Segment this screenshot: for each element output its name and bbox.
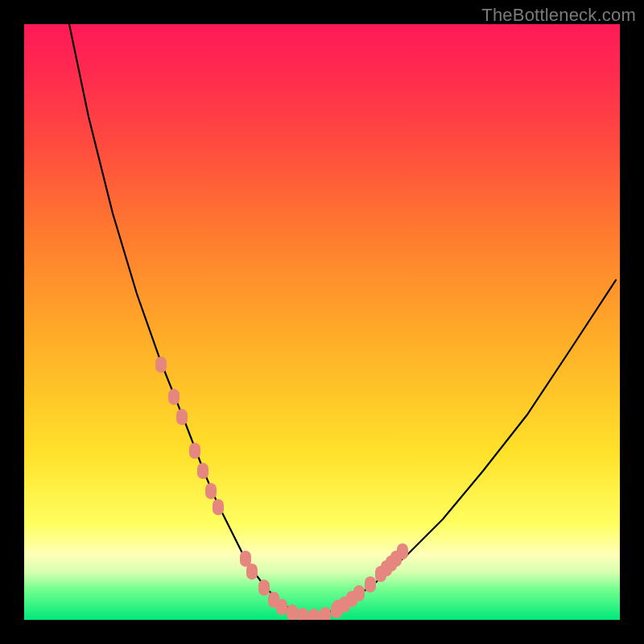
highlight-marker — [308, 609, 320, 620]
highlight-marker — [176, 409, 188, 425]
highlight-marker — [353, 585, 365, 601]
highlight-marker — [197, 463, 208, 479]
plot-area — [24, 24, 620, 620]
bottleneck-curve — [69, 24, 616, 616]
highlight-marker — [365, 576, 376, 592]
highlight-marker — [297, 608, 308, 620]
highlight-marker — [320, 607, 331, 620]
highlight-marker — [276, 599, 287, 615]
highlight-marker — [205, 483, 217, 499]
highlight-marker — [258, 580, 270, 596]
chart-frame: TheBottleneck.com — [0, 0, 644, 644]
highlight-marker — [287, 605, 298, 620]
highlight-marker — [168, 389, 180, 405]
highlight-marker — [246, 564, 258, 580]
curve-svg — [24, 24, 620, 620]
highlight-marker — [332, 600, 344, 616]
highlight-marker — [213, 499, 224, 515]
watermark-text: TheBottleneck.com — [481, 5, 636, 26]
highlight-marker — [155, 357, 167, 373]
highlight-marker — [189, 443, 200, 459]
highlight-markers — [155, 357, 408, 620]
highlight-marker — [397, 543, 408, 559]
